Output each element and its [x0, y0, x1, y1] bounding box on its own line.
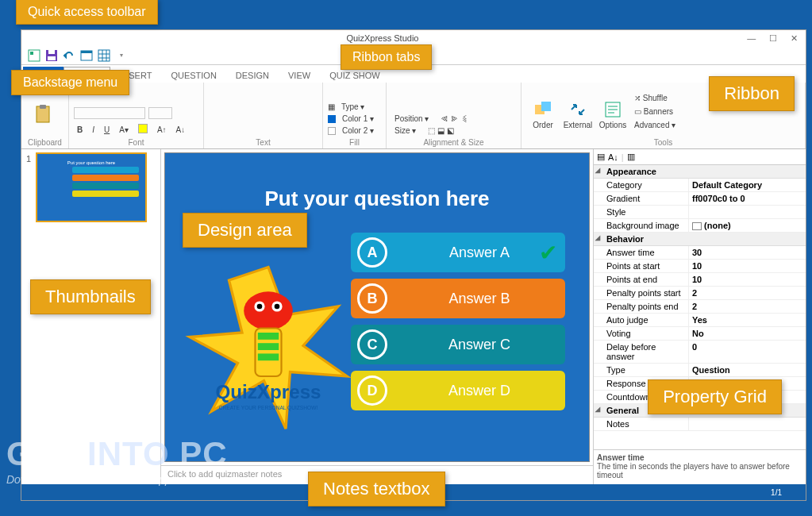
answer-letter: C	[357, 329, 387, 360]
svg-rect-3	[48, 50, 55, 54]
answer-b[interactable]: BAnswer B	[351, 279, 565, 318]
prop-value[interactable]: (none)	[689, 219, 806, 232]
slide-thumbnail[interactable]: 1 Put your question here	[36, 152, 147, 222]
font-size-select[interactable]	[148, 107, 172, 119]
bold-button[interactable]: B	[74, 124, 86, 136]
prop-row[interactable]: VotingNo	[594, 327, 806, 341]
prop-row[interactable]: Points at start10	[594, 260, 806, 273]
svg-point-21	[257, 304, 263, 310]
fill-color2-icon[interactable]	[328, 127, 336, 135]
order-button[interactable]: Order	[526, 92, 560, 137]
tab-question[interactable]: QUESTION	[161, 68, 225, 83]
svg-rect-15	[541, 102, 551, 111]
prop-row[interactable]: Auto judgeYes	[594, 314, 806, 327]
banners-button[interactable]: ▭ Banners	[631, 106, 679, 117]
size-button[interactable]: Size ▾	[391, 125, 419, 137]
italic-button[interactable]: I	[89, 124, 98, 136]
prop-row[interactable]: Penalty points end2	[594, 300, 806, 314]
prop-value[interactable]: Question	[689, 364, 806, 376]
shuffle-button[interactable]: ⤮ Shuffle	[631, 92, 679, 104]
options-button[interactable]: Options	[596, 92, 629, 137]
svg-point-22	[275, 304, 280, 310]
group-font-label: Font	[74, 138, 198, 147]
watermark: GET INTO PC Download Free Your Desired A…	[6, 435, 228, 486]
prop-row[interactable]: Gradientff0070c0 to 0	[594, 192, 806, 206]
tab-design[interactable]: DESIGN	[226, 68, 279, 83]
position-button[interactable]: Position ▾	[391, 113, 432, 125]
highlight-button[interactable]	[135, 122, 151, 137]
prop-row[interactable]: Notes	[594, 418, 806, 431]
external-button[interactable]: External	[561, 92, 595, 137]
font-color-button[interactable]: A▾	[116, 124, 132, 136]
prop-value[interactable]: 10	[689, 260, 806, 272]
align-icons[interactable]: ⫷ ⫸ ⫹	[441, 114, 469, 123]
prop-row[interactable]: Answer time30	[594, 246, 806, 260]
prop-row[interactable]: TypeQuestion	[594, 364, 806, 377]
fill-type-icon[interactable]: ▦	[328, 102, 335, 111]
group-fill-label: Fill	[328, 138, 381, 147]
page-indicator: 1/1	[771, 488, 782, 497]
prop-value[interactable]: ff0070c0 to 0	[689, 192, 806, 205]
prop-row[interactable]: Penalty points start2	[594, 287, 806, 300]
fill-color1-button[interactable]: Color 1 ▾	[339, 113, 377, 125]
qat-save-icon[interactable]	[45, 49, 58, 62]
prop-alpha-icon[interactable]: A↓	[608, 152, 618, 162]
prop-value[interactable]: 2	[689, 287, 806, 299]
qat-undo-icon[interactable]	[63, 49, 75, 62]
prop-value[interactable]	[689, 206, 806, 218]
prop-category[interactable]: Behavior	[594, 233, 806, 246]
answer-letter: B	[357, 283, 387, 314]
svg-text:QuizXpress: QuizXpress	[215, 381, 321, 402]
answer-text: Answer B	[394, 291, 565, 307]
qat-dropdown-icon[interactable]: ▾	[115, 49, 128, 62]
qat-app-icon[interactable]	[28, 49, 40, 62]
advanced-button[interactable]: Advanced ▾	[631, 119, 679, 131]
prop-value[interactable]: Default Category	[689, 179, 806, 191]
prop-value[interactable]: 30	[689, 246, 806, 259]
prop-pages-icon[interactable]: ▥	[627, 152, 635, 162]
minimize-button[interactable]: —	[742, 33, 761, 43]
prop-value[interactable]: 0	[689, 341, 806, 363]
prop-value[interactable]: Yes	[689, 314, 806, 326]
font-family-select[interactable]	[74, 107, 145, 119]
fill-color2-button[interactable]: Color 2 ▾	[339, 125, 377, 137]
qat-calendar-icon[interactable]	[80, 49, 93, 62]
prop-row[interactable]: Delay before answer0	[594, 341, 806, 364]
tab-quizshow[interactable]: QUIZ SHOW	[320, 68, 390, 83]
prop-value[interactable]: 10	[689, 273, 806, 286]
qat-table-icon[interactable]	[98, 49, 110, 62]
design-canvas[interactable]: Put your question here AAnswer A✔BAnswer…	[164, 152, 590, 462]
callout-ribbon: Ribbon	[709, 76, 795, 111]
callout-thumbnails: Thumbnails	[30, 279, 151, 314]
maximize-button[interactable]: ☐	[764, 33, 783, 44]
ribbon: Clipboard B I U A▾ A↑ A↓ Font Text ▦Type…	[21, 83, 806, 149]
svg-rect-13	[40, 105, 46, 109]
prop-key: Delay before answer	[594, 341, 689, 363]
prop-value[interactable]: 2	[689, 300, 806, 313]
shrink-font-button[interactable]: A↓	[173, 124, 189, 136]
prop-row[interactable]: Background image (none)	[594, 219, 806, 233]
answer-c[interactable]: CAnswer C	[351, 325, 565, 364]
question-text[interactable]: Put your question here	[165, 187, 589, 211]
underline-button[interactable]: U	[101, 124, 113, 136]
answer-a[interactable]: AAnswer A✔	[351, 233, 565, 272]
svg-rect-1	[30, 52, 33, 55]
prop-value[interactable]: No	[689, 327, 806, 340]
fill-type-button[interactable]: Type ▾	[338, 101, 368, 113]
group-clipboard-label: Clipboard	[26, 138, 63, 147]
size-icons[interactable]: ⬚ ⬓ ⬕	[428, 126, 454, 135]
close-button[interactable]: ✕	[785, 33, 804, 44]
prop-row[interactable]: CategoryDefault Category	[594, 179, 806, 192]
answer-letter: D	[357, 375, 387, 406]
fill-color1-icon[interactable]	[328, 115, 336, 123]
grow-font-button[interactable]: A↑	[154, 124, 170, 136]
prop-row[interactable]: Points at end10	[594, 273, 806, 287]
paste-button[interactable]	[26, 92, 60, 137]
tab-view[interactable]: VIEW	[279, 68, 320, 83]
prop-category[interactable]: Appearance	[594, 165, 806, 179]
svg-rect-24	[258, 333, 279, 340]
prop-row[interactable]: Style	[594, 206, 806, 219]
answer-d[interactable]: DAnswer D	[351, 371, 565, 410]
prop-categorized-icon[interactable]: ▤	[597, 152, 605, 162]
prop-value[interactable]	[689, 418, 806, 430]
